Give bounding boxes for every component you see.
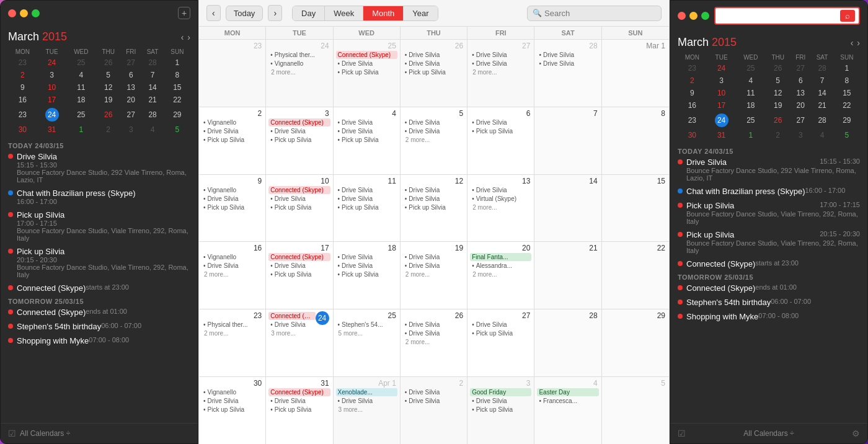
cal-event[interactable]: Drive Silvia bbox=[268, 195, 330, 203]
cal-event[interactable]: Drive Silvia bbox=[403, 397, 464, 405]
left-cal-day[interactable]: 14 bbox=[141, 81, 164, 94]
cal-event[interactable]: Drive Silvia bbox=[403, 118, 464, 127]
cal-cell[interactable]: 20 Final Fanta... Alessandra... 2 more..… bbox=[467, 242, 534, 309]
cal-event[interactable]: Drive Silvia bbox=[336, 253, 397, 261]
cal-event[interactable]: Drive Silvia bbox=[403, 127, 464, 135]
left-cal-day[interactable]: 28 bbox=[141, 106, 164, 123]
cal-event[interactable]: Pick up Silvia bbox=[336, 203, 397, 211]
left-cal-day[interactable]: 27 bbox=[121, 56, 141, 69]
right-search-go-btn[interactable]: ⌕ bbox=[840, 10, 855, 22]
right-cal-day[interactable]: 6 bbox=[790, 74, 810, 87]
right-tl-yellow[interactable] bbox=[689, 12, 698, 20]
main-today-btn[interactable]: Today bbox=[226, 6, 264, 21]
cal-cell[interactable]: 2 Vignanello Drive Silvia Pick up Silvia bbox=[199, 107, 266, 174]
cal-event[interactable]: Pick up Silvia bbox=[470, 406, 531, 414]
left-cal-day[interactable]: 11 bbox=[67, 81, 96, 94]
right-cal-day[interactable]: 25 bbox=[737, 62, 766, 74]
cal-event[interactable]: Pick up Silvia bbox=[470, 329, 531, 337]
right-cal-day[interactable]: 4 bbox=[810, 129, 833, 141]
right-cal-day[interactable]: 25 bbox=[737, 112, 766, 129]
cal-cell[interactable]: 5 Drive Silvia Drive Silvia 2 more... bbox=[401, 107, 467, 174]
right-tl-red[interactable] bbox=[678, 12, 686, 20]
right-cal-day[interactable]: 30 bbox=[678, 129, 707, 141]
cal-cell[interactable]: 10 Connected (Skype) Drive Silvia Pick u… bbox=[266, 175, 333, 242]
right-cal-day[interactable]: 3 bbox=[790, 129, 810, 141]
cal-event[interactable]: Drive Silvia bbox=[470, 118, 531, 127]
cal-cell[interactable]: 11 Drive Silvia Drive Silvia Pick up Sil… bbox=[334, 175, 401, 242]
left-cal-day[interactable]: 17 bbox=[37, 94, 67, 106]
cal-event[interactable]: Pick up Silvia bbox=[202, 406, 263, 414]
view-year-btn[interactable]: Year bbox=[404, 6, 437, 20]
cal-event[interactable]: Drive Silvia bbox=[403, 195, 464, 203]
add-calendar-button[interactable]: + bbox=[178, 7, 190, 19]
cal-event[interactable]: Vignanello bbox=[202, 388, 263, 396]
cal-event[interactable]: Drive Silvia bbox=[336, 118, 397, 127]
more-link[interactable]: 2 more... bbox=[403, 136, 430, 143]
cal-cell[interactable]: 3 Good Friday Drive Silvia Pick up Silvi… bbox=[467, 377, 534, 444]
right-cal-day[interactable]: 8 bbox=[834, 74, 860, 87]
cal-cell[interactable]: 24 Connected (Skype) Drive Silvia 3 more… bbox=[266, 309, 333, 376]
cal-event[interactable]: Francesca... bbox=[537, 397, 598, 405]
right-search-input[interactable] bbox=[719, 11, 838, 20]
cal-event[interactable]: Drive Silvia bbox=[470, 60, 531, 68]
right-cal-day[interactable]: 22 bbox=[834, 99, 860, 112]
right-cal-day[interactable]: 2 bbox=[678, 74, 707, 87]
left-cal-day[interactable]: 20 bbox=[121, 94, 141, 106]
cal-cell[interactable]: 22 bbox=[602, 242, 669, 309]
cal-cell[interactable]: 26 Drive Silvia Drive Silvia Pick up Sil… bbox=[401, 40, 467, 107]
cal-event[interactable]: Stephen's 54... bbox=[336, 321, 397, 329]
cal-cell[interactable]: 27 Drive Silvia Pick up Silvia bbox=[467, 309, 534, 376]
right-cal-day[interactable]: 1 bbox=[834, 62, 860, 74]
cal-event[interactable]: Vignanello bbox=[202, 118, 263, 127]
cal-cell[interactable]: 31 Connected (Skype) Drive Silvia Pick u… bbox=[266, 377, 333, 444]
cal-event[interactable]: Drive Silvia bbox=[268, 262, 330, 270]
cal-event[interactable]: Connected (Skype) bbox=[268, 388, 330, 396]
cal-event[interactable]: Drive Silvia bbox=[336, 195, 397, 203]
right-cal-day[interactable]: 20 bbox=[790, 99, 810, 112]
cal-event[interactable]: Pick up Silvia bbox=[268, 203, 330, 211]
more-link[interactable]: 5 more... bbox=[336, 330, 363, 337]
left-cal-day[interactable]: 27 bbox=[121, 106, 141, 123]
cal-cell[interactable]: 7 bbox=[534, 107, 601, 174]
left-cal-day[interactable]: 12 bbox=[95, 81, 121, 94]
main-search-input[interactable] bbox=[544, 9, 656, 18]
cal-event[interactable]: Pick up Silvia bbox=[403, 203, 464, 211]
cal-cell[interactable]: Apr 1 Xenoblade... Drive Silvia 3 more..… bbox=[334, 377, 401, 444]
left-cal-day[interactable]: 10 bbox=[37, 81, 67, 94]
left-cal-day[interactable]: 3 bbox=[121, 123, 141, 136]
cal-cell[interactable]: 28 Drive Silvia Drive Silvia bbox=[534, 40, 601, 107]
cal-cell[interactable]: 13 Drive Silvia Virtual (Skype) 2 more..… bbox=[467, 175, 534, 242]
left-cal-day[interactable]: 19 bbox=[95, 94, 121, 106]
cal-cell[interactable]: 4 Easter Day Francesca... bbox=[534, 377, 601, 444]
cal-event[interactable]: Connected (Skype) bbox=[268, 186, 330, 194]
cal-event[interactable]: Connected (Skype) bbox=[268, 253, 330, 261]
left-mini-next-btn[interactable]: › bbox=[187, 32, 190, 42]
cal-cell[interactable]: 24 Physical ther... Vignanello 2 more... bbox=[266, 40, 333, 107]
cal-event[interactable]: Drive Silvia bbox=[470, 397, 531, 405]
left-cal-day[interactable]: 2 bbox=[8, 69, 37, 81]
cal-event[interactable]: Drive Silvia bbox=[336, 186, 397, 194]
right-cal-day[interactable]: 19 bbox=[765, 99, 790, 112]
right-cal-day[interactable]: 10 bbox=[707, 87, 737, 99]
left-cal-day[interactable]: 23 bbox=[8, 56, 37, 69]
right-cal-day[interactable]: 16 bbox=[678, 99, 707, 112]
left-cal-day[interactable]: 15 bbox=[164, 81, 190, 94]
more-link[interactable]: 2 more... bbox=[470, 204, 497, 211]
right-cal-day[interactable]: 27 bbox=[790, 112, 810, 129]
right-cal-day[interactable]: 17 bbox=[707, 99, 737, 112]
right-cal-day[interactable]: 5 bbox=[834, 129, 860, 141]
left-cal-day-today[interactable]: 24 bbox=[37, 106, 67, 123]
right-cal-day[interactable]: 29 bbox=[834, 112, 860, 129]
cal-cell[interactable]: 29 bbox=[602, 309, 669, 376]
cal-event[interactable]: Pick up Silvia bbox=[336, 68, 397, 76]
right-cal-day[interactable]: 23 bbox=[678, 62, 707, 74]
right-cal-day[interactable]: 15 bbox=[834, 87, 860, 99]
cal-cell[interactable]: 19 Drive Silvia Drive Silvia 2 more... bbox=[401, 242, 467, 309]
left-cal-day[interactable]: 26 bbox=[95, 106, 121, 123]
right-cal-day[interactable]: 3 bbox=[707, 74, 737, 87]
left-cal-day[interactable]: 16 bbox=[8, 94, 37, 106]
cal-cell[interactable]: 25 Stephen's 54... 5 more... bbox=[334, 309, 401, 376]
left-cal-day[interactable]: 3 bbox=[37, 69, 67, 81]
view-week-btn[interactable]: Week bbox=[325, 6, 363, 20]
main-prev-btn[interactable]: ‹ bbox=[206, 5, 221, 21]
